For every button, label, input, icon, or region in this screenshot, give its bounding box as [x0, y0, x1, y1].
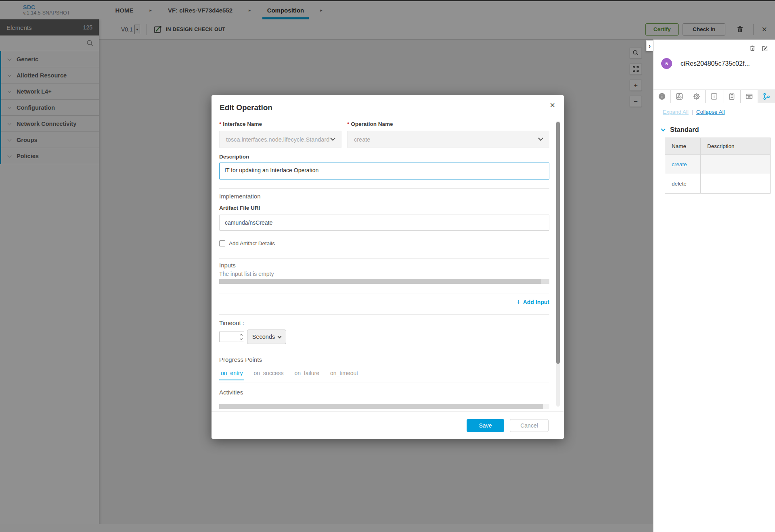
interface-name-label-text: Interface Name: [223, 121, 262, 127]
select-fields-row: tosca.interfaces.node.lifecycle.Standard…: [219, 131, 549, 148]
chevron-down-icon[interactable]: [239, 337, 242, 340]
table-header-row: Name Description: [665, 138, 771, 155]
modal-content: *Interface Name *Operation Name tosca.in…: [212, 118, 564, 411]
table-row[interactable]: create: [665, 155, 771, 174]
artifact-file-uri-label: Artifact File URI: [219, 205, 549, 212]
edit-operation-modal: Edit Operation × *Interface Name *Operat…: [212, 95, 564, 439]
timeout-unit-select[interactable]: Seconds: [247, 330, 286, 344]
plus-icon: +: [516, 298, 521, 307]
timeout-stepper: [219, 332, 244, 342]
operation-name-label-text: Operation Name: [351, 121, 393, 127]
chevron-up-icon[interactable]: [239, 334, 242, 336]
chevron-down-icon: [661, 127, 665, 131]
progress-points-label: Progress Points: [219, 356, 549, 364]
cancel-button[interactable]: Cancel: [510, 419, 549, 432]
operation-delete-description: [701, 174, 771, 194]
save-button[interactable]: Save: [467, 419, 504, 432]
info-icon: [658, 92, 666, 100]
component-header: R ciRes204805c735c02f...: [661, 58, 750, 69]
operations-panel-body: Expand All | Collapse All Standard Name …: [654, 107, 775, 194]
clipboard-icon: [728, 92, 736, 100]
tab-on-entry[interactable]: on_entry: [219, 370, 244, 380]
avatar: R: [661, 58, 672, 69]
inputs-horizontal-scrollbar[interactable]: [219, 279, 549, 284]
tab-information-artifacts[interactable]: [706, 90, 723, 103]
edit-component-icon[interactable]: [761, 45, 769, 52]
close-icon[interactable]: ×: [550, 101, 555, 110]
tab-on-success[interactable]: on_success: [252, 370, 285, 380]
tab-properties[interactable]: [688, 90, 706, 103]
stepper-arrows[interactable]: [238, 332, 244, 342]
description-textarea[interactable]: IT for updating an Interface Operation: [219, 163, 549, 179]
sdc-app: SDC v.1.14.5-SNAPSHOT HOME ▸ VF: ciRes-V…: [0, 0, 775, 532]
archive-box-icon: [745, 92, 753, 100]
tab-information[interactable]: [654, 90, 671, 103]
scrollbar-thumb[interactable]: [556, 122, 560, 364]
scrollbar-thumb[interactable]: [219, 404, 543, 409]
operations-branch-icon: [762, 92, 771, 100]
required-marker: *: [219, 121, 221, 127]
section-title: Standard: [670, 126, 699, 134]
implementation-label: Implementation: [219, 193, 549, 201]
activities-label: Activities: [219, 389, 549, 397]
panel-actions: [744, 45, 769, 52]
tab-operations[interactable]: [758, 90, 775, 103]
operation-create-link[interactable]: create: [665, 155, 701, 174]
chevron-right-icon: ›: [649, 43, 651, 49]
modal-footer: Save Cancel: [212, 411, 564, 439]
table-row[interactable]: delete: [665, 174, 771, 194]
section-divider: [219, 258, 549, 259]
section-divider: [219, 314, 549, 315]
modal-header: Edit Operation ×: [212, 95, 564, 118]
operation-name-select[interactable]: create: [347, 131, 549, 148]
standard-section-toggle[interactable]: Standard: [662, 126, 775, 134]
timeout-controls: Seconds: [219, 330, 549, 344]
section-divider: [219, 351, 549, 351]
interface-name-value: tosca.interfaces.node.lifecycle.Standard: [226, 136, 329, 143]
artifacts-icon: [675, 92, 683, 100]
scrollbar-thumb[interactable]: [219, 279, 541, 284]
gear-icon: [693, 92, 701, 100]
section-divider: [219, 382, 549, 382]
timeout-input[interactable]: [220, 332, 238, 342]
select-labels-row: *Interface Name *Operation Name: [219, 121, 549, 128]
operation-name-label: *Operation Name: [347, 121, 549, 128]
collapse-all-link[interactable]: Collapse All: [696, 109, 725, 115]
description-label: Description: [219, 154, 549, 161]
component-name: ciRes204805c735c02f...: [681, 60, 750, 67]
operation-delete-link[interactable]: delete: [665, 174, 701, 194]
panel-tab-bar: [654, 90, 775, 103]
tab-on-timeout[interactable]: on_timeout: [329, 370, 360, 380]
tab-deployment-artifacts[interactable]: [671, 90, 688, 103]
chevron-down-icon: [538, 136, 543, 141]
tab-attributes[interactable]: [741, 90, 758, 103]
tab-on-failure[interactable]: on_failure: [293, 370, 321, 380]
section-divider: [219, 294, 549, 294]
interface-name-select[interactable]: tosca.interfaces.node.lifecycle.Standard: [219, 131, 341, 148]
operation-name-value: create: [354, 136, 370, 143]
operations-table: Name Description create delete: [665, 138, 771, 194]
expand-all-link[interactable]: Expand All: [663, 109, 689, 115]
modal-title: Edit Operation: [220, 103, 553, 112]
inputs-label: Inputs: [219, 262, 549, 270]
section-divider: [219, 188, 549, 189]
checkbox-unchecked-icon[interactable]: [219, 240, 225, 246]
add-input-button[interactable]: + Add Input: [219, 298, 549, 306]
interface-name-label: *Interface Name: [219, 121, 341, 128]
vertical-scrollbar[interactable]: [556, 121, 560, 407]
modal-backdrop: [653, 0, 775, 40]
add-artifact-details-checkbox-row[interactable]: Add Artifact Details: [219, 240, 549, 247]
panel-collapse-button[interactable]: ›: [646, 40, 653, 51]
column-header-description: Description: [701, 138, 771, 155]
delete-component-icon[interactable]: [749, 45, 756, 52]
add-artifact-details-label: Add Artifact Details: [229, 240, 275, 246]
section-divider: [219, 402, 549, 402]
expand-collapse-controls: Expand All | Collapse All: [663, 109, 775, 115]
component-details-panel: R ciRes204805c735c02f...: [653, 40, 775, 532]
column-header-name: Name: [665, 138, 701, 155]
required-marker: *: [347, 121, 349, 127]
artifact-file-uri-input[interactable]: [219, 215, 549, 231]
tab-requirements-capabilities[interactable]: [723, 90, 741, 103]
activities-horizontal-scrollbar[interactable]: [219, 404, 549, 409]
chevron-down-icon: [330, 136, 335, 141]
